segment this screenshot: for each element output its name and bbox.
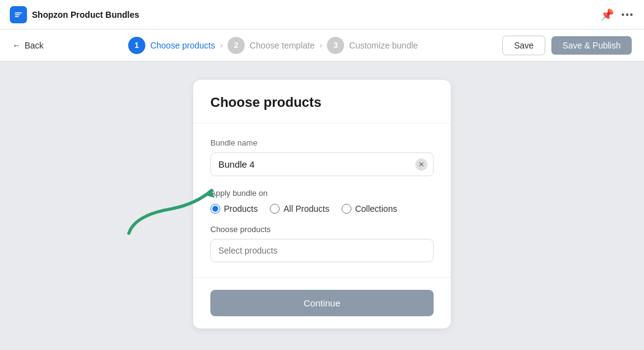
topbar-actions: 📌 ••• xyxy=(600,8,634,21)
apply-bundle-label: Apply bundle on xyxy=(210,189,434,198)
save-button[interactable]: Save xyxy=(502,36,545,55)
header-actions: Save Save & Publish xyxy=(502,36,632,55)
continue-button[interactable]: Continue xyxy=(210,290,434,316)
step-3: 3 Customize bundle xyxy=(327,37,418,54)
radio-collections[interactable]: Collections xyxy=(342,204,397,214)
step-1-circle: 1 xyxy=(128,37,145,54)
choose-products-label: Choose products xyxy=(210,225,434,234)
card-header: Choose products xyxy=(193,80,451,123)
brand: Shopzon Product Bundles xyxy=(10,6,139,23)
step-arrow-2: › xyxy=(320,41,322,50)
clear-icon: ✕ xyxy=(418,160,424,169)
step-2-circle: 2 xyxy=(228,37,245,54)
header-bar: ← Back 1 Choose products › 2 Choose temp… xyxy=(0,29,644,61)
choose-products-card: Choose products Bundle name ✕ Apply bund… xyxy=(193,80,451,329)
step-1: 1 Choose products xyxy=(128,37,215,54)
step-3-circle: 3 xyxy=(327,37,344,54)
radio-products-label: Products xyxy=(224,204,258,214)
step-3-label: Customize bundle xyxy=(349,41,418,50)
step-2: 2 Choose template xyxy=(228,37,315,54)
bundle-name-label: Bundle name xyxy=(210,138,434,147)
pin-icon[interactable]: 📌 xyxy=(600,8,614,21)
step-1-label: Choose products xyxy=(150,41,215,50)
radio-group: Products All Products Collections xyxy=(210,204,434,214)
radio-all-products-label: All Products xyxy=(283,204,329,214)
select-products-input[interactable] xyxy=(210,239,434,262)
back-button[interactable]: ← Back xyxy=(12,41,44,50)
step-arrow-1: › xyxy=(220,41,223,50)
brand-title: Shopzon Product Bundles xyxy=(32,10,139,20)
radio-collections-input[interactable] xyxy=(342,204,351,214)
back-label: Back xyxy=(25,41,44,50)
brand-logo xyxy=(10,6,27,23)
more-icon[interactable]: ••• xyxy=(621,10,634,20)
bundle-name-clear-button[interactable]: ✕ xyxy=(415,158,427,171)
radio-products[interactable]: Products xyxy=(210,204,258,214)
back-arrow-icon: ← xyxy=(12,41,21,50)
main-content: Choose products Bundle name ✕ Apply bund… xyxy=(0,61,644,347)
bundle-name-wrapper: ✕ xyxy=(210,152,434,176)
bundle-name-input[interactable] xyxy=(210,152,434,176)
radio-all-products-input[interactable] xyxy=(270,204,280,214)
card-footer: Continue xyxy=(193,278,451,329)
topbar: Shopzon Product Bundles 📌 ••• xyxy=(0,0,644,29)
card-body: Bundle name ✕ Apply bundle on Products A… xyxy=(193,123,451,278)
radio-all-products[interactable]: All Products xyxy=(270,204,329,214)
radio-collections-label: Collections xyxy=(355,204,397,214)
stepper: 1 Choose products › 2 Choose template › … xyxy=(56,37,490,54)
radio-products-input[interactable] xyxy=(210,204,220,214)
step-2-label: Choose template xyxy=(250,41,315,50)
card-title: Choose products xyxy=(210,95,434,111)
save-publish-button[interactable]: Save & Publish xyxy=(551,36,632,55)
